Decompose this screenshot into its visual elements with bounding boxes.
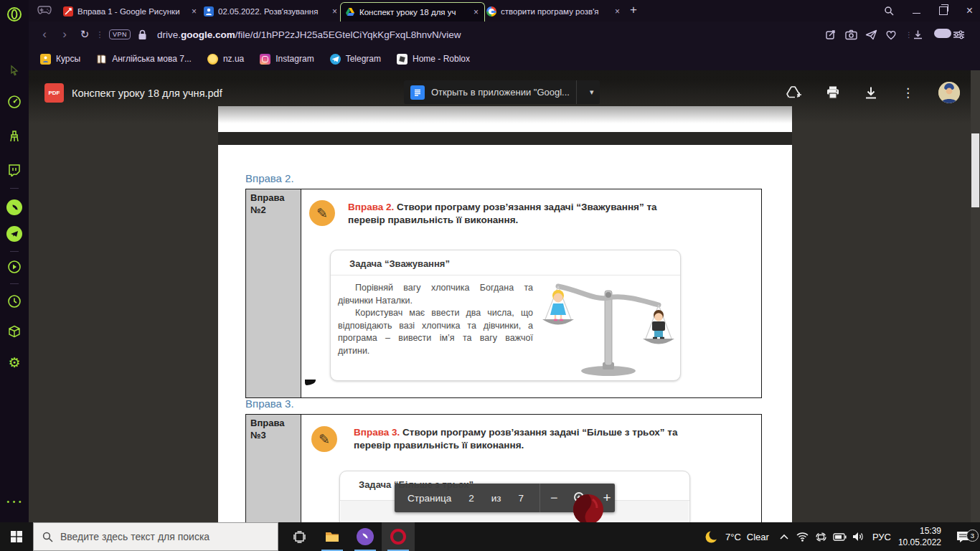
- sidebar-divider: [10, 188, 19, 189]
- bookmark-label: nz.ua: [223, 54, 244, 64]
- more-options-icon[interactable]: ⋮: [902, 85, 914, 100]
- bookmark-instagram[interactable]: Instagram: [260, 54, 314, 65]
- chevron-down-icon[interactable]: ▾: [583, 88, 600, 97]
- sidebar-overflow-icon[interactable]: • • •: [0, 498, 29, 506]
- lock-icon[interactable]: [138, 29, 147, 40]
- tab-bar: Вправа 1 - Google Рисунки × 02.05.2022. …: [29, 0, 980, 22]
- exercise3-number: Вправа 3.: [354, 427, 400, 438]
- person-favicon-icon: [204, 6, 214, 17]
- gamepad-icon[interactable]: [37, 4, 52, 16]
- add-to-drive-icon[interactable]: [786, 85, 801, 100]
- player-icon[interactable]: [0, 260, 29, 274]
- window-close-button[interactable]: ×: [966, 4, 973, 17]
- send-icon[interactable]: [865, 29, 885, 40]
- print-icon[interactable]: [826, 85, 840, 100]
- share-edit-icon[interactable]: [825, 29, 845, 40]
- notification-center-button[interactable]: 3: [948, 531, 979, 543]
- viber-button[interactable]: [349, 522, 382, 551]
- vpn-badge[interactable]: VPN: [109, 29, 131, 39]
- open-in-app-label: Открыть в приложении "Googl...: [431, 87, 570, 98]
- balance-scale-illustration: [541, 269, 676, 378]
- avatar[interactable]: [938, 82, 960, 103]
- task-view-button[interactable]: [283, 522, 316, 551]
- back-button[interactable]: ‹: [34, 27, 55, 42]
- flow-pill-icon[interactable]: [933, 27, 953, 42]
- reload-button[interactable]: ↻: [75, 28, 95, 41]
- tab-close-icon[interactable]: ×: [613, 6, 621, 17]
- more-dots-icon[interactable]: ⋮: [95, 30, 105, 39]
- pencil-glyph: ✎: [319, 431, 330, 448]
- telegram-icon[interactable]: [0, 226, 29, 242]
- new-tab-button[interactable]: +: [630, 3, 637, 17]
- pdf-file-icon: PDF: [44, 83, 64, 103]
- window-minimize-button[interactable]: [913, 13, 920, 14]
- twitch-icon[interactable]: [0, 164, 29, 176]
- opera-gx-logo-icon[interactable]: [0, 6, 29, 23]
- clock[interactable]: 15:39 10.05.2022: [898, 525, 941, 548]
- tune-settings-icon[interactable]: [953, 29, 973, 40]
- tab-close-icon[interactable]: ×: [472, 7, 480, 17]
- tab-search-icon[interactable]: [884, 6, 894, 16]
- sync-icon[interactable]: [812, 532, 831, 542]
- download-icon[interactable]: [864, 86, 877, 100]
- pointer-icon[interactable]: [0, 65, 29, 76]
- google-icon: [486, 6, 496, 17]
- exercise3-row-label: Вправа №3: [246, 415, 301, 522]
- task-paragraph: Користувач має ввести два числа, що відп…: [338, 307, 533, 357]
- gx-cleaner-broom-icon[interactable]: [0, 129, 29, 143]
- pdf-viewer: Вправа 2. Вправа №2 ✎ Вправа 2. Створи п…: [29, 70, 980, 522]
- page-number-input[interactable]: 2: [468, 493, 474, 504]
- exercise3-task-text: Створи програму розв’язання задачі “Біль…: [354, 427, 677, 451]
- task-paragraph: Порівняй вагу хлопчика Богдана та дівчин…: [338, 282, 533, 307]
- extensions-cube-icon[interactable]: [0, 324, 29, 339]
- language-indicator[interactable]: РУС: [872, 532, 891, 542]
- history-clock-icon[interactable]: [0, 294, 29, 309]
- tab-lesson-doc[interactable]: 02.05.2022. Розв'язування ×: [199, 2, 343, 21]
- file-explorer-button[interactable]: [316, 522, 349, 551]
- scrollbar-thumb[interactable]: [971, 133, 979, 207]
- bookmark-roblox[interactable]: Home - Roblox: [397, 54, 470, 65]
- tab-google-search[interactable]: створити програму розв'я ×: [482, 2, 626, 21]
- weather-moon-icon[interactable]: [702, 530, 721, 544]
- weather-temp[interactable]: 7°C: [725, 532, 741, 542]
- open-in-app-button[interactable]: Открыть в приложении "Googl... ▾: [404, 80, 600, 104]
- tab-close-icon[interactable]: ×: [331, 6, 339, 17]
- window-controls: ×: [884, 0, 973, 22]
- viewer-actions: ⋮: [786, 82, 960, 103]
- tab-close-icon[interactable]: ×: [190, 6, 198, 17]
- bookmark-kursy[interactable]: Курсы: [40, 54, 80, 65]
- bookmark-telegram[interactable]: Telegram: [330, 54, 381, 65]
- books-icon: [96, 54, 107, 65]
- forward-button[interactable]: ›: [55, 27, 75, 42]
- battery-icon[interactable]: [831, 533, 849, 541]
- screenshot-camera-icon[interactable]: [845, 29, 865, 40]
- taskbar-search-box[interactable]: Введите здесь текст для поиска: [33, 522, 278, 551]
- task-card-body: Порівняй вагу хлопчика Богдана та дівчин…: [338, 282, 533, 357]
- scrollbar-track[interactable]: [971, 70, 980, 522]
- weather-desc[interactable]: Clear: [747, 532, 769, 542]
- pdf-page-1: [218, 106, 792, 132]
- tab-pdf-active[interactable]: Конспект уроку 18 для уч ×: [340, 2, 485, 22]
- tray-chevron-up-icon[interactable]: [775, 534, 793, 540]
- volume-icon[interactable]: [849, 532, 868, 542]
- bookmark-heart-icon[interactable]: [885, 29, 905, 40]
- bookmark-nzua[interactable]: nz.ua: [207, 54, 244, 65]
- wifi-icon[interactable]: [793, 532, 812, 542]
- zoom-out-button[interactable]: −: [550, 491, 558, 506]
- bookmark-label: Англійська мова 7...: [112, 54, 192, 64]
- opera-gx-button[interactable]: [382, 522, 415, 551]
- settings-gear-icon[interactable]: ⚙: [0, 354, 29, 371]
- whatsapp-icon[interactable]: [0, 199, 29, 215]
- tab-google-drawings[interactable]: Вправа 1 - Google Рисунки ×: [59, 2, 202, 21]
- bookmark-label: Курсы: [56, 54, 80, 64]
- bulb-icon: [207, 54, 218, 65]
- gx-corner-icon[interactable]: [0, 95, 29, 109]
- start-button[interactable]: [0, 522, 33, 551]
- tray-date: 10.05.2022: [898, 537, 941, 548]
- window-restore-button[interactable]: [939, 6, 948, 15]
- bookmark-english[interactable]: Англійська мова 7...: [96, 54, 192, 65]
- downloads-icon[interactable]: [913, 29, 933, 40]
- url-text[interactable]: drive.google.com/file/d/1hPP2zJH25a5EGte…: [157, 29, 461, 40]
- task-card-title: Задача “Зважування”: [349, 258, 450, 269]
- courses-icon: [40, 54, 51, 65]
